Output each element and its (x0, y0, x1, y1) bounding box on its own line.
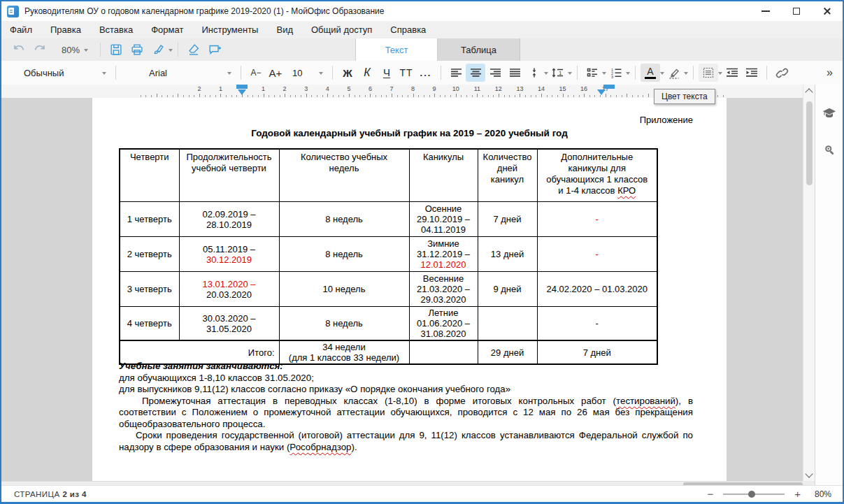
toolbar-separator (693, 66, 694, 80)
table-cell: - (537, 307, 657, 341)
menu-insert[interactable]: Вставка (99, 24, 133, 35)
font-color-button[interactable]: А (641, 64, 664, 82)
insert-link-button[interactable] (772, 64, 792, 82)
menu-file[interactable]: Файл (10, 24, 32, 35)
scroll-down-button[interactable] (803, 468, 815, 481)
menu-format[interactable]: Формат (151, 24, 183, 35)
decrease-indent-button[interactable] (722, 64, 742, 82)
zoom-select[interactable]: 80% (62, 45, 88, 55)
zoom-out-button[interactable]: − (707, 488, 713, 500)
font-family-select[interactable]: Arial (121, 64, 236, 82)
decrease-indent-icon (726, 67, 738, 78)
paragraph-borders-button[interactable] (699, 64, 722, 82)
page[interactable]: Приложение Годовой календарный учебный г… (92, 98, 727, 481)
format-toolbar: Обычный Arial А− А+ 10 Ж К Ч ТТ ... (1, 61, 843, 85)
save-button[interactable] (106, 40, 127, 59)
vertical-scrollbar[interactable] (803, 85, 815, 481)
align-left-button[interactable] (446, 64, 466, 82)
table-cell: 8 недель (279, 307, 409, 341)
paragraph-style-select[interactable]: Обычный (8, 64, 110, 82)
line-spacing-button[interactable]: 1 (548, 64, 572, 82)
paragraph: для обучающихся 1-8,10 классов 31.05.202… (119, 373, 693, 384)
table-cell: 3 четверть (120, 272, 179, 307)
numbered-list-button[interactable]: 123 (606, 64, 630, 82)
toolbar-separator (332, 66, 333, 80)
redo-icon (32, 42, 48, 57)
redo-button[interactable] (29, 40, 50, 59)
zoom-slider[interactable] (723, 494, 785, 495)
header-cell: Дополнительныеканикулы дляобучающихся 1 … (537, 149, 657, 202)
menu-share[interactable]: Общий доступ (311, 24, 372, 35)
toolbar-separator (115, 66, 116, 80)
zoom-slider-thumb[interactable] (748, 491, 755, 498)
font-size-increase-button[interactable]: А+ (266, 64, 285, 82)
calendar-table[interactable]: ЧетвертиПродолжительностьучебной четверт… (119, 148, 658, 365)
quick-toolbar: 80% Текст Таблица (1, 38, 843, 61)
add-comment-button[interactable] (204, 40, 225, 59)
eraser-icon (186, 42, 201, 57)
table-row: 3 четверть13.01.2020 –20.03.202010 недел… (120, 272, 657, 307)
header-cell: Четверти (120, 149, 179, 202)
education-panel-button[interactable] (822, 106, 837, 121)
app-window: Руководителям ОУ о годовом календарном г… (0, 0, 844, 504)
increase-indent-button[interactable] (742, 64, 761, 82)
chevron-up-icon (805, 88, 813, 96)
tooltip: Цвет текста (654, 89, 715, 104)
vertical-align-button[interactable] (524, 64, 548, 82)
table-cell: 30.03.2020 –31.05.2020 (179, 307, 279, 341)
table-cell: 02.09.2019 –28.10.2019 (179, 202, 279, 237)
toolbar-separator (441, 66, 441, 80)
font-size-decrease-button[interactable]: А− (246, 64, 266, 82)
maximize-button[interactable] (781, 1, 812, 21)
comment-add-icon (207, 42, 222, 57)
search-panel-button[interactable] (822, 142, 837, 157)
highlighter-icon (668, 67, 680, 79)
bold-button[interactable]: Ж (338, 64, 357, 82)
toolbar-separator (241, 66, 241, 80)
bullet-list-button[interactable] (582, 64, 606, 82)
align-justify-icon (509, 67, 521, 78)
table-cell: - (537, 202, 657, 237)
search-icon (822, 143, 836, 157)
highlight-color-button[interactable] (664, 64, 688, 82)
tab-text[interactable]: Текст (355, 38, 438, 61)
bullet-list-icon (587, 67, 598, 78)
toolbar-overflow-button[interactable]: » (827, 66, 836, 79)
table-cell: Осенние29.10.2019 –04.11.2019 (409, 202, 478, 237)
menu-view[interactable]: Вид (276, 24, 293, 35)
align-center-button[interactable] (466, 64, 485, 82)
increase-indent-icon (745, 67, 758, 78)
align-justify-button[interactable] (505, 64, 524, 82)
save-icon (108, 42, 124, 57)
table-row: 2 четверть05.11.2019 –30.12.20198 недель… (120, 237, 657, 272)
document-title: Годовой календарный учебный график на 20… (92, 128, 727, 138)
format-painter-icon (150, 42, 166, 57)
italic-button[interactable]: К (357, 64, 377, 82)
clear-formatting-button[interactable] (183, 40, 204, 59)
zoom-in-button[interactable]: + (794, 488, 801, 500)
body-paragraphs[interactable]: Учебные занятия заканчиваются:для обучаю… (119, 361, 693, 453)
underline-button[interactable]: Ч (377, 64, 396, 82)
more-text-formatting-button[interactable]: ... (416, 64, 436, 82)
table-cell: 13.01.2020 –20.03.2020 (179, 272, 279, 307)
tab-table[interactable]: Таблица (438, 38, 520, 61)
menu-tools[interactable]: Инструменты (201, 24, 258, 35)
format-painter-button[interactable] (148, 40, 173, 59)
paragraph: Учебные занятия заканчиваются: (119, 361, 693, 373)
undo-button[interactable] (8, 40, 29, 59)
menu-edit[interactable]: Правка (50, 24, 81, 35)
chevron-down-icon (805, 470, 813, 477)
minimize-button[interactable] (750, 1, 781, 21)
close-icon (823, 7, 831, 15)
chevron-down-icon (84, 49, 88, 54)
right-margin-marker[interactable] (603, 85, 615, 89)
caps-button[interactable]: ТТ (396, 64, 416, 82)
close-button[interactable] (812, 1, 843, 21)
align-right-button[interactable] (485, 64, 505, 82)
print-button[interactable] (127, 40, 148, 59)
vertical-scroll-thumb[interactable] (806, 101, 813, 185)
menu-help[interactable]: Справка (390, 24, 426, 35)
font-size-select[interactable]: 10 (285, 64, 327, 82)
scroll-up-button[interactable] (803, 85, 815, 97)
first-line-indent-marker[interactable] (236, 85, 248, 89)
